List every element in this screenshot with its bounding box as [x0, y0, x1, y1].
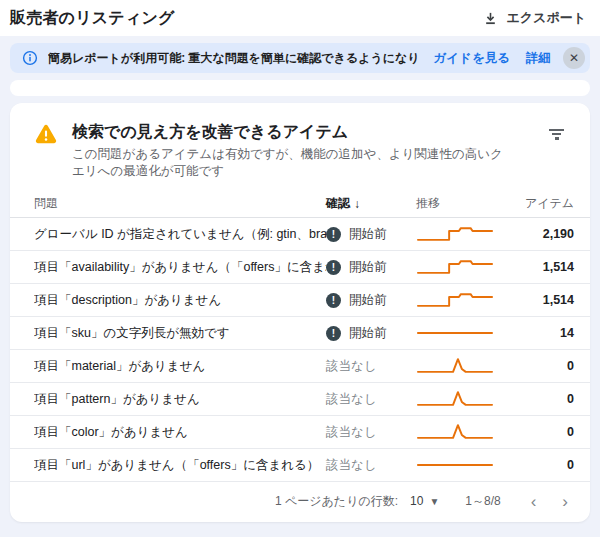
status-label: 該当なし — [326, 358, 377, 375]
trend-cell — [416, 389, 516, 409]
trend-cell — [416, 356, 516, 376]
trend-cell — [416, 257, 516, 277]
status-pending-icon: ! — [326, 293, 341, 308]
status-label: 開始前 — [349, 259, 387, 276]
problem-cell: グローバル ID が指定されていません（例: gtin、brand） — [34, 226, 326, 243]
status-cell: ! 開始前 — [326, 292, 416, 309]
info-banner: 簡易レポートが利用可能: 重大な問題を簡単に確認できるようになります ガイドを見… — [10, 43, 590, 73]
export-button[interactable]: エクスポート — [483, 9, 586, 27]
pagination-range: 1～8/8 — [465, 493, 500, 510]
items-cell: 2,190 — [516, 227, 574, 241]
close-icon[interactable]: ✕ — [563, 47, 585, 69]
trend-sparkline — [416, 323, 494, 343]
status-cell: 該当なし — [326, 391, 416, 408]
trend-sparkline — [416, 356, 494, 376]
table-row[interactable]: 項目「color」がありません 該当なし 0 — [10, 416, 590, 449]
rows-per-page-select[interactable]: 10 ▼ — [410, 494, 439, 508]
status-label: 開始前 — [349, 226, 387, 243]
trend-cell — [416, 422, 516, 442]
status-pending-icon: ! — [326, 326, 341, 341]
warning-triangle-icon — [34, 122, 58, 146]
problem-cell: 項目「url」がありません（「offers」に含まれる） — [34, 457, 326, 474]
status-cell: 該当なし — [326, 358, 416, 375]
items-cell: 1,514 — [516, 260, 574, 274]
card-header: 検索での見え方を改善できるアイテム この問題があるアイテムは有効ですが、機能の追… — [10, 103, 590, 190]
status-label: 開始前 — [349, 325, 387, 342]
trend-sparkline — [416, 257, 494, 277]
filter-icon — [549, 129, 564, 140]
chevron-down-icon: ▼ — [429, 496, 439, 507]
banner-details-link[interactable]: 詳細 — [526, 50, 551, 67]
status-cell: ! 開始前 — [326, 325, 416, 342]
page-content: 簡易レポートが利用可能: 重大な問題を簡単に確認できるようになります ガイドを見… — [0, 36, 600, 537]
status-cell: ! 開始前 — [326, 226, 416, 243]
problem-cell: 項目「sku」の文字列長が無効です — [34, 325, 326, 342]
table-row[interactable]: 項目「url」がありません（「offers」に含まれる） 該当なし 0 — [10, 449, 590, 482]
items-cell: 0 — [516, 458, 574, 472]
table-row[interactable]: 項目「availability」がありません（「offers」に含まれる） ! … — [10, 251, 590, 284]
previous-card-edge — [10, 80, 590, 96]
items-cell: 0 — [516, 425, 574, 439]
items-cell: 0 — [516, 359, 574, 373]
problem-cell: 項目「pattern」がありません — [34, 391, 326, 408]
problem-cell: 項目「color」がありません — [34, 424, 326, 441]
trend-cell — [416, 224, 516, 244]
table-row[interactable]: 項目「pattern」がありません 該当なし 0 — [10, 383, 590, 416]
trend-sparkline — [416, 422, 494, 442]
filter-button[interactable] — [543, 123, 570, 146]
banner-guide-link[interactable]: ガイドを見る — [434, 50, 510, 67]
rows-per-page-value: 10 — [410, 494, 423, 508]
table-row[interactable]: グローバル ID が指定されていません（例: gtin、brand） ! 開始前… — [10, 218, 590, 251]
status-label: 該当なし — [326, 391, 377, 408]
previous-page-button[interactable]: ‹ — [525, 491, 543, 512]
items-cell: 0 — [516, 392, 574, 406]
column-header-trend[interactable]: 推移 — [416, 195, 516, 212]
column-header-items[interactable]: アイテム — [516, 195, 574, 212]
column-header-problem[interactable]: 問題 — [34, 195, 326, 212]
status-cell: 該当なし — [326, 424, 416, 441]
problem-cell: 項目「material」がありません — [34, 358, 326, 375]
rows-per-page-label: 1 ページあたりの行数: — [275, 493, 398, 510]
trend-cell — [416, 290, 516, 310]
table-body: グローバル ID が指定されていません（例: gtin、brand） ! 開始前… — [10, 218, 590, 482]
trend-sparkline — [416, 455, 494, 475]
problem-cell: 項目「availability」がありません（「offers」に含まれる） — [34, 259, 326, 276]
status-pending-icon: ! — [326, 260, 341, 275]
download-icon — [483, 11, 498, 26]
table-header: 問題 確認 ↓ 推移 アイテム — [10, 190, 590, 218]
app-header: 販売者のリスティング エクスポート — [0, 0, 600, 36]
trend-sparkline — [416, 389, 494, 409]
column-header-status[interactable]: 確認 ↓ — [326, 195, 416, 212]
info-icon — [22, 50, 38, 66]
next-page-button[interactable]: › — [556, 491, 574, 512]
status-label: 開始前 — [349, 292, 387, 309]
sort-desc-icon: ↓ — [354, 197, 360, 211]
problem-cell: 項目「description」がありません — [34, 292, 326, 309]
banner-message: 簡易レポートが利用可能: 重大な問題を簡単に確認できるようになります — [48, 50, 418, 67]
status-label: 該当なし — [326, 424, 377, 441]
table-row[interactable]: 項目「sku」の文字列長が無効です ! 開始前 14 — [10, 317, 590, 350]
status-cell: ! 開始前 — [326, 259, 416, 276]
trend-cell — [416, 455, 516, 475]
status-pending-icon: ! — [326, 227, 341, 242]
status-label: 該当なし — [326, 457, 377, 474]
page-title: 販売者のリスティング — [10, 8, 175, 29]
table-footer: 1 ページあたりの行数: 10 ▼ 1～8/8 ‹ › — [10, 482, 590, 520]
card-title: 検索での見え方を改善できるアイテム — [72, 121, 504, 143]
issues-card: 検索での見え方を改善できるアイテム この問題があるアイテムは有効ですが、機能の追… — [10, 103, 590, 522]
items-cell: 14 — [516, 326, 574, 340]
trend-sparkline — [416, 224, 494, 244]
status-cell: 該当なし — [326, 457, 416, 474]
items-cell: 1,514 — [516, 293, 574, 307]
table-row[interactable]: 項目「material」がありません 該当なし 0 — [10, 350, 590, 383]
trend-cell — [416, 323, 516, 343]
card-header-text: 検索での見え方を改善できるアイテム この問題があるアイテムは有効ですが、機能の追… — [72, 121, 504, 180]
trend-sparkline — [416, 290, 494, 310]
table-row[interactable]: 項目「description」がありません ! 開始前 1,514 — [10, 284, 590, 317]
card-subtitle: この問題があるアイテムは有効ですが、機能の追加や、より関連性の高いクエリへの最適… — [72, 146, 504, 180]
export-label: エクスポート — [506, 9, 586, 27]
